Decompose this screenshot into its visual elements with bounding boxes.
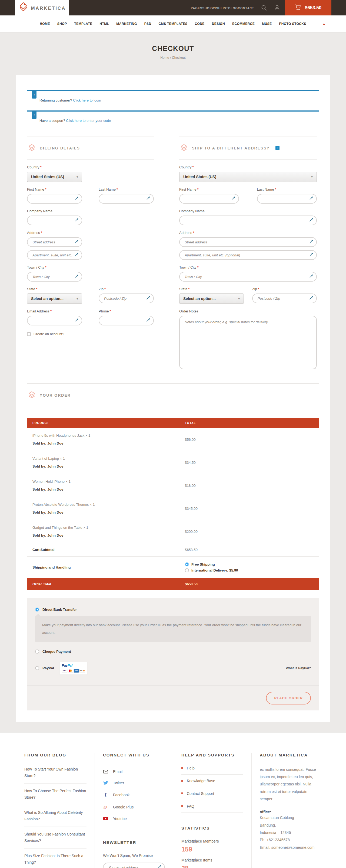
shipping-street-input[interactable] <box>179 237 317 247</box>
blog-post-link[interactable]: Should You Use Fashion Consultant Servic… <box>24 827 86 848</box>
main-nav-item[interactable]: CMS TEMPLATES <box>159 22 187 26</box>
newsletter-email-input[interactable] <box>103 863 165 868</box>
help-link[interactable]: Help <box>181 766 243 775</box>
main-nav-item[interactable]: SHOP <box>57 22 67 26</box>
twitter-icon <box>103 781 108 785</box>
payment-method-bank[interactable]: Direct Bank Transfer <box>35 608 311 612</box>
billing-email-input[interactable] <box>27 316 82 326</box>
main-nav-item[interactable]: CODE <box>195 22 204 26</box>
shipping-company-input[interactable] <box>179 216 317 225</box>
blog-post-link[interactable]: How To Choose The Perfect Fashion Store? <box>24 783 86 805</box>
shipping-apartment-input[interactable] <box>179 250 317 260</box>
cart-total: $653.50 <box>305 5 321 10</box>
shipping-option[interactable]: Free Shipping <box>185 562 319 566</box>
blog-post-link[interactable]: Plus Size Fashion: Is There Such a Thing… <box>24 848 86 868</box>
shipping-handling-row: Shipping and Handling Free ShippingInter… <box>27 557 319 578</box>
radio-bank-transfer[interactable] <box>35 608 39 612</box>
breadcrumb-home[interactable]: Home <box>160 56 169 60</box>
billing-last-name-input[interactable] <box>99 194 154 204</box>
help-link[interactable]: Contact Support <box>181 787 243 800</box>
help-label: Contact Support <box>187 792 214 796</box>
product-cell: Women Hold iPhone × 1Sold by: John Doe <box>32 479 185 491</box>
top-nav-item[interactable]: PAGES <box>191 6 203 10</box>
top-nav-item[interactable]: CONTACT <box>238 6 254 10</box>
billing-country-select[interactable]: United States (US)▼ <box>27 172 82 182</box>
login-notice: i Returning customer? Click here to logi… <box>27 90 319 107</box>
payment-method-paypal[interactable]: PayPal PayPal VISA AMEX DISC What is Pay… <box>35 662 311 675</box>
brand-logo[interactable]: MARKETICA <box>15 0 69 17</box>
search-icon[interactable] <box>261 5 267 11</box>
billing-street-input[interactable] <box>27 237 82 247</box>
create-account-checkbox[interactable] <box>27 332 31 336</box>
main-nav-item[interactable]: PSD <box>144 22 151 26</box>
main-nav-item[interactable]: PHOTO STOCKS <box>279 22 306 26</box>
help-link[interactable]: Knowladge Base <box>181 775 243 787</box>
product-total: $34.50 <box>185 461 319 465</box>
shipping-state-select[interactable]: Select an option...▼ <box>179 293 244 304</box>
shipping-zip-input[interactable] <box>252 293 317 303</box>
billing-apartment-input[interactable] <box>27 250 82 260</box>
order-notes-textarea[interactable] <box>179 316 317 369</box>
shipping-last-name-input[interactable] <box>257 194 317 204</box>
statistics: STATISTICS Marketplace Members159Marketp… <box>181 826 243 868</box>
social-link-twitter[interactable]: Twitter <box>103 777 165 789</box>
shipping-option[interactable]: International Delivery: $5.90 <box>185 568 319 572</box>
discover-icon: DISC <box>79 669 85 673</box>
product-name: Variant of Laptop × 1 <box>32 457 185 461</box>
user-icon[interactable] <box>274 5 280 11</box>
payment-method-cheque[interactable]: Cheque Payment <box>35 650 311 654</box>
cart-button[interactable]: $653.50 <box>285 0 332 16</box>
radio-button[interactable] <box>185 568 189 572</box>
stat-value: 159 <box>181 845 243 853</box>
blog-post-link[interactable]: How To Start Your Own Fashion Store? <box>24 766 86 783</box>
footer-connect-column: CONNECT WITH US EmailTwitterfFacebookg+G… <box>95 753 173 868</box>
mastercard-icon <box>68 669 73 673</box>
blog-post-link[interactable]: What is So Alluring About Celebrity Fash… <box>24 805 86 827</box>
page-header: CHECKOUT Home › Checkout <box>0 32 346 75</box>
ship-different-checkbox[interactable]: ✓ <box>275 146 279 150</box>
billing-zip-input[interactable] <box>99 293 154 303</box>
social-link-google-plus[interactable]: g+Google Plus <box>103 801 165 813</box>
radio-button[interactable] <box>185 562 189 566</box>
main-nav-item[interactable]: DESIGN <box>212 22 225 26</box>
payment-cards: PayPal VISA AMEX DISC <box>60 662 88 675</box>
shipping-town-input[interactable] <box>179 272 317 282</box>
help-label: FAQ <box>187 804 194 808</box>
place-order-button[interactable]: PLACE ORDER <box>266 692 311 705</box>
layers-icon <box>180 144 187 152</box>
brand-name: MARKETICA <box>31 6 66 11</box>
billing-state-select[interactable]: Select an option...▼ <box>27 293 82 304</box>
your-order-section: YOUR ORDER PRODUCT TOTAL iPhone 5s with … <box>27 383 319 590</box>
what-is-paypal-link[interactable]: What is PayPal? <box>286 666 311 670</box>
main-nav-item[interactable]: TEMPLATE <box>74 22 92 26</box>
main-nav-item[interactable]: MARKETING <box>116 22 137 26</box>
main-nav-item[interactable]: ECOMMERCE <box>232 22 255 26</box>
social-label: Twitter <box>113 781 124 785</box>
shipping-country-select[interactable]: United States (US)▼ <box>179 172 317 182</box>
main-nav-item[interactable]: HTML <box>100 22 109 26</box>
social-link-email[interactable]: Email <box>103 766 165 777</box>
top-nav-item[interactable]: SHOP <box>203 6 212 10</box>
main-nav-item[interactable]: HOME <box>40 22 50 26</box>
login-link[interactable]: Click here to login <box>73 98 101 102</box>
billing-company-input[interactable] <box>27 216 82 225</box>
nav-more-icon[interactable]: » <box>323 22 325 26</box>
facebook-icon: f <box>103 792 108 798</box>
coupon-link[interactable]: Click here to enter your code <box>66 119 111 123</box>
top-nav-item[interactable]: WISHLIST <box>212 6 229 10</box>
main-nav-item[interactable]: MUSE <box>262 22 272 26</box>
top-nav-item[interactable]: BLOG <box>228 6 238 10</box>
social-link-facebook[interactable]: fFacebook <box>103 789 165 801</box>
social-link-youtube[interactable]: Youtube <box>103 813 165 825</box>
billing-town-input[interactable] <box>27 272 82 282</box>
footer-blog-column: FROM OUR BLOG How To Start Your Own Fash… <box>16 753 95 868</box>
billing-phone-input[interactable] <box>99 316 154 326</box>
shipping-option-label: Free Shipping <box>192 562 215 566</box>
product-cell: Gadget and Things on the Table × 1Sold b… <box>32 526 185 537</box>
billing-first-name-input[interactable] <box>27 194 82 204</box>
radio-paypal[interactable] <box>35 666 39 670</box>
radio-cheque[interactable] <box>35 650 39 654</box>
help-link[interactable]: FAQ <box>181 800 243 813</box>
help-label: Knowladge Base <box>187 779 215 783</box>
shipping-first-name-input[interactable] <box>179 194 239 204</box>
